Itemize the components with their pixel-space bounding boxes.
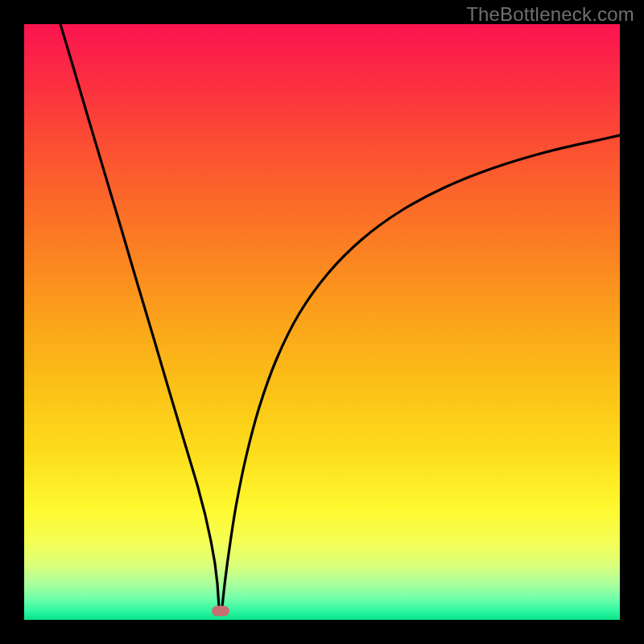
curve-left-branch: [60, 24, 219, 607]
watermark-text: TheBottleneck.com: [466, 3, 634, 26]
curve-layer: [24, 24, 620, 620]
chart-frame: TheBottleneck.com: [0, 0, 644, 644]
minimum-marker: [212, 606, 229, 617]
plot-area: [24, 24, 620, 620]
curve-right-branch: [222, 135, 620, 607]
